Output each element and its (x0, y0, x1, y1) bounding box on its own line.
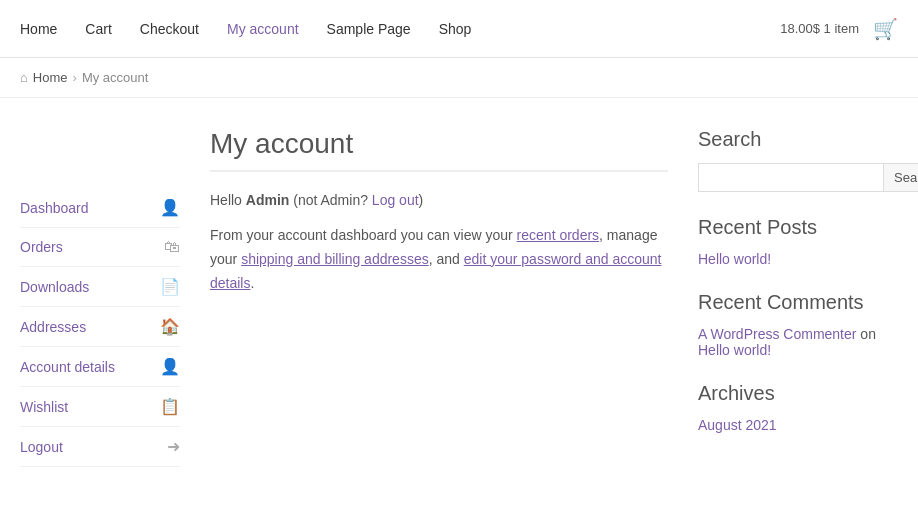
sidebar-link-account-details[interactable]: Account details (20, 359, 115, 375)
recent-posts-widget: Recent Posts Hello world! (698, 216, 898, 267)
breadcrumb: ⌂ Home › My account (0, 58, 918, 98)
home-icon: ⌂ (20, 70, 28, 85)
sidebar-item-downloads[interactable]: Downloads 📄 (20, 267, 180, 307)
sidebar-item-orders[interactable]: Orders 🛍 (20, 228, 180, 267)
nav-cart[interactable]: Cart (85, 21, 111, 37)
page-title: My account (210, 128, 668, 172)
search-widget: Search Search (698, 128, 898, 192)
sidebar-item-dashboard[interactable]: Dashboard 👤 (20, 188, 180, 228)
recent-posts-title: Recent Posts (698, 216, 898, 239)
nav-my-account[interactable]: My account (227, 21, 299, 37)
welcome-message: Hello Admin (not Admin? Log out) (210, 192, 668, 208)
dashboard-icon: 👤 (160, 198, 180, 217)
nav-home[interactable]: Home (20, 21, 57, 37)
search-input[interactable] (698, 163, 884, 192)
sidebar-item-wishlist[interactable]: Wishlist 📋 (20, 387, 180, 427)
archives-title: Archives (698, 382, 898, 405)
archive-august-2021[interactable]: August 2021 (698, 417, 898, 433)
account-description: From your account dashboard you can view… (210, 224, 668, 295)
wishlist-icon: 📋 (160, 397, 180, 416)
sidebar-item-addresses[interactable]: Addresses 🏠 (20, 307, 180, 347)
admin-name: Admin (246, 192, 290, 208)
downloads-icon: 📄 (160, 277, 180, 296)
logout-icon: ➜ (167, 437, 180, 456)
account-sidebar: Dashboard 👤 Orders 🛍 Downloads 📄 Address… (20, 188, 180, 467)
nav-sample-page[interactable]: Sample Page (327, 21, 411, 37)
recent-post-hello-world[interactable]: Hello world! (698, 251, 898, 267)
account-details-icon: 👤 (160, 357, 180, 376)
sidebar-link-addresses[interactable]: Addresses (20, 319, 86, 335)
right-sidebar: Search Search Recent Posts Hello world! … (698, 128, 898, 467)
search-form: Search (698, 163, 898, 192)
sidebar-link-dashboard[interactable]: Dashboard (20, 200, 89, 216)
search-widget-title: Search (698, 128, 898, 151)
recent-comment: A WordPress Commenter on Hello world! (698, 326, 898, 358)
main-content: My account Hello Admin (not Admin? Log o… (210, 128, 668, 467)
breadcrumb-home[interactable]: Home (33, 70, 68, 85)
addresses-icon: 🏠 (160, 317, 180, 336)
nav-checkout[interactable]: Checkout (140, 21, 199, 37)
breadcrumb-current: My account (82, 70, 148, 85)
search-button[interactable]: Search (884, 163, 918, 192)
sidebar-link-orders[interactable]: Orders (20, 239, 63, 255)
archives-widget: Archives August 2021 (698, 382, 898, 433)
nav-shop[interactable]: Shop (439, 21, 472, 37)
sidebar-item-account-details[interactable]: Account details 👤 (20, 347, 180, 387)
sidebar-link-downloads[interactable]: Downloads (20, 279, 89, 295)
commenter-link[interactable]: A WordPress Commenter (698, 326, 856, 342)
sidebar-link-logout[interactable]: Logout (20, 439, 63, 455)
breadcrumb-separator: › (73, 70, 77, 85)
site-header: Home Cart Checkout My account Sample Pag… (0, 0, 918, 58)
logout-link[interactable]: Log out (372, 192, 419, 208)
main-nav: Home Cart Checkout My account Sample Pag… (20, 21, 471, 37)
recent-comments-widget: Recent Comments A WordPress Commenter on… (698, 291, 898, 358)
sidebar-link-wishlist[interactable]: Wishlist (20, 399, 68, 415)
shipping-billing-link[interactable]: shipping and billing addresses (241, 251, 429, 267)
cart-icon[interactable]: 🛒 (873, 17, 898, 41)
header-right: 18.00$ 1 item 🛒 (780, 17, 898, 41)
sidebar-item-logout[interactable]: Logout ➜ (20, 427, 180, 467)
orders-icon: 🛍 (164, 238, 180, 256)
recent-comments-title: Recent Comments (698, 291, 898, 314)
main-container: Dashboard 👤 Orders 🛍 Downloads 📄 Address… (0, 98, 918, 497)
recent-orders-link[interactable]: recent orders (517, 227, 599, 243)
cart-amount: 18.00$ 1 item (780, 21, 859, 36)
comment-post-link[interactable]: Hello world! (698, 342, 771, 358)
